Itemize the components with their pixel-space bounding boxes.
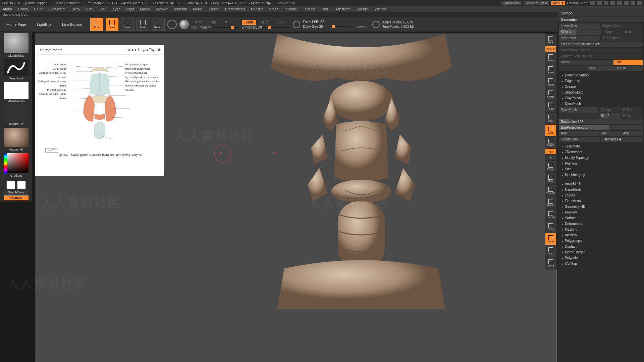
nanomesh-section[interactable]: NanoMesh: [557, 187, 644, 192]
resolution-slider[interactable]: Resolution 128: [559, 119, 643, 124]
rstr-button[interactable]: Rstr: [623, 29, 643, 35]
fibermesh-section[interactable]: FiberMesh: [557, 198, 644, 204]
menu-picker[interactable]: Picker: [209, 7, 219, 11]
smt-button[interactable]: Smt: [613, 60, 643, 65]
z-intensity-slider[interactable]: [263, 27, 290, 28]
linefill-button[interactable]: Line Fill: [545, 209, 556, 221]
reconstruct-button[interactable]: Reconstruct Subdiv: [559, 48, 643, 53]
claypolish-section[interactable]: ClayPolish: [557, 95, 644, 101]
menu-layer[interactable]: Layer: [111, 7, 120, 11]
menu-file[interactable]: File: [99, 7, 105, 11]
higher-res-button[interactable]: Higher Res: [601, 23, 643, 29]
menu-zscript[interactable]: Zscript: [375, 7, 386, 11]
sub-button[interactable]: Sub: [599, 131, 621, 136]
layout-icon[interactable]: [590, 1, 595, 5]
mrgb-button[interactable]: Mrgb: [192, 20, 206, 25]
tessimate-section[interactable]: Tessimate: [557, 143, 644, 149]
minimize-icon[interactable]: [624, 1, 629, 5]
preview-section[interactable]: Preview: [557, 209, 644, 215]
surface-section[interactable]: Surface: [557, 215, 644, 221]
hue-strip[interactable]: [4, 153, 7, 173]
switch-color-button[interactable]: SwitchColor: [4, 190, 29, 195]
scale-mode-button[interactable]: Scale: [137, 18, 149, 31]
ref-page-button[interactable]: → 205: [45, 148, 58, 153]
menu-edit[interactable]: Edit: [86, 7, 93, 11]
live-boolean-tab[interactable]: Live Boolean: [58, 21, 88, 28]
menu-tool[interactable]: Tool: [321, 7, 328, 11]
xyz-button[interactable]: xyz: [545, 149, 556, 154]
reuv-button[interactable]: ReUV: [615, 66, 643, 71]
xpose-button[interactable]: Xpose: [545, 257, 556, 269]
sdiv-slider[interactable]: SDiv 3: [559, 29, 602, 35]
menu-texture[interactable]: Texture: [303, 7, 315, 11]
cage-button[interactable]: Cage: [603, 29, 623, 35]
menu-movie[interactable]: Movie: [193, 7, 203, 11]
edit-mode-button[interactable]: Edit: [90, 18, 103, 31]
color-picker[interactable]: [7, 153, 29, 173]
groups-button[interactable]: Groups: [599, 107, 621, 113]
floor-button[interactable]: Floor: [545, 113, 556, 124]
default-zscript[interactable]: DefaultZScript: [567, 1, 588, 5]
project-button[interactable]: Project: [621, 113, 643, 119]
zadd-button[interactable]: Zadd: [242, 20, 256, 25]
del-higher-button[interactable]: Del Higher: [601, 36, 643, 41]
layout4-icon[interactable]: [610, 1, 615, 5]
divide-button[interactable]: Divide: [559, 60, 613, 65]
main-color-swatch[interactable]: [6, 181, 15, 189]
layout3-icon[interactable]: [604, 1, 608, 5]
sphere-icon[interactable]: [179, 20, 189, 29]
menu-stroke[interactable]: Stroke: [286, 7, 297, 11]
reference-image[interactable]: Thyroid gland ◄◄◄ Larynx Thyroid: [35, 45, 164, 166]
close-icon[interactable]: [637, 1, 642, 5]
zoom-button[interactable]: Zoom: [545, 64, 556, 76]
menu-transform[interactable]: Transform: [334, 7, 351, 11]
suv-button[interactable]: Suv: [587, 66, 614, 71]
rgb-intensity-slider[interactable]: [212, 27, 239, 28]
polypaint-section[interactable]: Polypaint: [557, 255, 644, 261]
maximize-icon[interactable]: [631, 1, 635, 5]
material-preview[interactable]: [4, 128, 29, 147]
rgb-button[interactable]: Rgb: [207, 20, 220, 25]
zremesher-section[interactable]: ZRemesher: [557, 149, 644, 155]
bpr-button[interactable]: BPR: [545, 34, 556, 46]
gizmo-icon[interactable]: [167, 20, 177, 29]
blur-slider[interactable]: Blur 2: [599, 113, 621, 119]
menu-brush[interactable]: Brush: [18, 7, 28, 11]
menu-alpha[interactable]: Alpha: [3, 7, 12, 11]
convert-bpr-button[interactable]: Convert BPR To Geo: [559, 54, 643, 59]
subprojection-slider[interactable]: SubProjection 0.6: [559, 125, 643, 130]
uvmap-section[interactable]: UV Map: [557, 261, 644, 266]
shadowbox-section[interactable]: ShadowBox: [557, 89, 644, 95]
ghost-button[interactable]: Ghost: [545, 233, 556, 245]
texture-preview[interactable]: [4, 105, 29, 122]
menu-zplugin[interactable]: Zplugin: [357, 7, 369, 11]
contact-section[interactable]: Contact: [557, 244, 644, 249]
visibility-section[interactable]: Visibility: [557, 232, 644, 238]
modify-topology-section[interactable]: Modify Topology: [557, 155, 644, 161]
lightbox-tab[interactable]: LightBox: [33, 21, 55, 28]
mesh-integrity-section[interactable]: MeshIntegrity: [557, 172, 644, 178]
del-lower-button[interactable]: Del Lower: [559, 36, 600, 41]
menu-macro[interactable]: Macro: [140, 7, 150, 11]
menu-preferences[interactable]: Preferences: [225, 7, 245, 11]
sym-axis-button[interactable]: ⟲: [545, 155, 556, 160]
transp-button[interactable]: Transp: [545, 221, 556, 233]
dynamesh-button[interactable]: DynaMesh: [559, 107, 598, 113]
local-button[interactable]: Local: [545, 125, 556, 136]
morphtarget-section[interactable]: Morph Target: [557, 249, 644, 255]
draw-mode-button[interactable]: Draw: [106, 18, 118, 31]
draw-size-slider[interactable]: [331, 26, 351, 27]
subtool-header[interactable]: Subtool: [557, 10, 644, 16]
polish-button[interactable]: Polish: [621, 107, 643, 113]
deformation-section[interactable]: Deformation: [557, 221, 644, 227]
menu-color[interactable]: Color: [34, 7, 43, 11]
freeze-subdiv-button[interactable]: Freeze SubDivision Levels: [559, 42, 643, 47]
lsym-button[interactable]: L.Sym: [545, 137, 556, 148]
sculpt-mesh[interactable]: [166, 34, 556, 362]
layers-section[interactable]: Layers: [557, 192, 644, 198]
create-shell-button[interactable]: Create Shell: [559, 137, 600, 142]
zsub-button[interactable]: Zsub: [258, 20, 272, 25]
dynamesh-section[interactable]: DynaMesh: [557, 101, 644, 107]
menu-marker[interactable]: Marker: [156, 7, 168, 11]
geometryhd-section[interactable]: Geometry HD: [557, 204, 644, 209]
